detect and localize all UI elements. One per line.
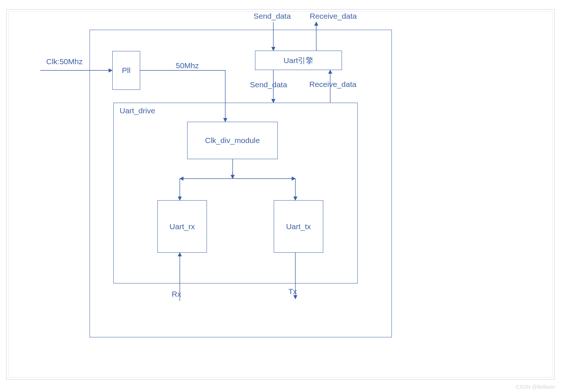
pll-block: Pll (112, 51, 140, 90)
uart-engine-block: Uart引擎 (255, 51, 342, 70)
rx-label: Rx (172, 290, 181, 298)
receive-data-mid-label: Receive_data (309, 80, 356, 89)
uart-tx-label: Uart_tx (286, 222, 311, 231)
uart-engine-label: Uart引擎 (284, 55, 314, 66)
uart-drive-label: Uart_drive (120, 106, 155, 115)
watermark: CSDN @Beliwen (516, 384, 555, 390)
tx-label: Tx (288, 287, 297, 296)
pll-block-label: Pll (122, 66, 130, 75)
clk-div-block: Clk_div_module (187, 122, 278, 159)
uart-tx-block: Uart_tx (274, 200, 323, 253)
uart-rx-block: Uart_rx (157, 200, 207, 253)
receive-data-top-label: Receive_data (310, 12, 357, 21)
send-data-top-label: Send_data (254, 12, 291, 21)
send-data-mid-label: Send_data (250, 80, 287, 89)
clk-input-label: Clk:50Mhz (46, 57, 83, 66)
clk-div-label: Clk_div_module (205, 136, 260, 145)
uart-rx-label: Uart_rx (170, 222, 195, 231)
pll-output-label: 50Mhz (176, 61, 199, 70)
